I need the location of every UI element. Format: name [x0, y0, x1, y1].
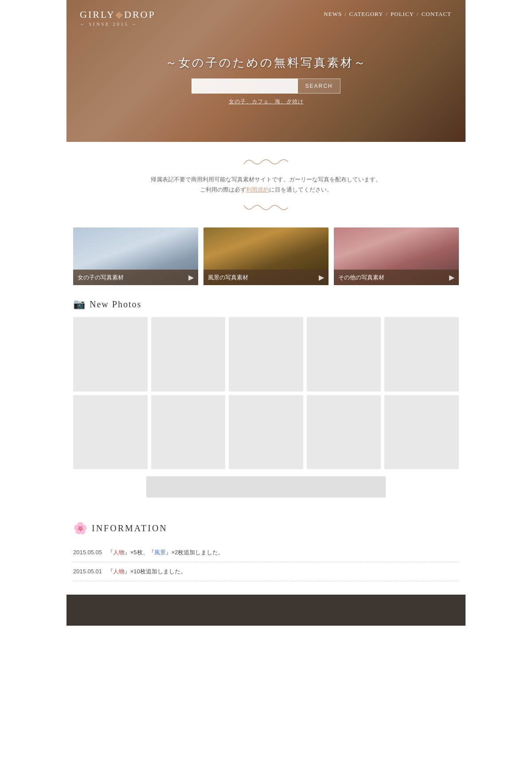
- info-item-1: 2015.05.05 『人物』×5枚、『風景』×2枚追加しました。: [73, 543, 459, 562]
- decorative-bottom: [75, 201, 457, 214]
- photos-grid-row2: [73, 395, 459, 470]
- info-date-1: 2015.05.05: [73, 549, 102, 556]
- category-scenery[interactable]: 風景の写真素材 ▶: [203, 227, 329, 285]
- search-hints: 女の子、カフェ、海、夕焼け: [229, 98, 304, 106]
- info-link-person-2[interactable]: 人物: [113, 568, 125, 575]
- info-link-scenery-1[interactable]: 風景: [154, 549, 166, 556]
- photo-thumb-3[interactable]: [229, 317, 303, 392]
- nav-policy[interactable]: POLICY: [390, 11, 415, 18]
- about-section: 帰属表記不要で商用利用可能な写真素材サイトです。ガーリーな写真を配布しています。…: [66, 142, 466, 223]
- nav-news[interactable]: NEWS: [323, 11, 343, 18]
- photo-thumb-1[interactable]: [73, 317, 148, 392]
- search-input[interactable]: [192, 78, 298, 94]
- hero-section: GIRLY◆DROP ～ SINSE 2015 ～ NEWS / CATEGOR…: [66, 0, 466, 142]
- category-girls[interactable]: 女の子の写真素材 ▶: [73, 227, 198, 285]
- new-photos-title: New Photos: [90, 299, 141, 310]
- nav-links: NEWS / CATEGORY / POLICY / CONTACT: [323, 11, 452, 18]
- info-link-person-1[interactable]: 人物: [113, 549, 125, 556]
- terms-link[interactable]: 利用規約: [246, 187, 269, 193]
- site-footer: [66, 595, 466, 626]
- photos-grid-row1: [73, 317, 459, 392]
- photo-thumb-10[interactable]: [384, 395, 459, 470]
- category-scenery-label: 風景の写真素材 ▶: [203, 270, 329, 285]
- logo-area: GIRLY◆DROP ～ SINSE 2015 ～: [80, 9, 156, 27]
- category-other-label: その他の写真素材 ▶: [334, 270, 459, 285]
- search-bar: SEARCH: [192, 78, 340, 94]
- photo-thumb-2[interactable]: [151, 317, 226, 392]
- cat-arrow-girls: ▶: [188, 273, 194, 282]
- load-more-button[interactable]: [146, 476, 386, 498]
- nav-sep-1: /: [343, 11, 348, 18]
- new-photos-header: 📷 New Photos: [73, 298, 459, 310]
- logo-subtitle: ～ SINSE 2015 ～: [80, 21, 138, 27]
- photo-thumb-8[interactable]: [229, 395, 303, 470]
- category-section: 女の子の写真素材 ▶ 風景の写真素材 ▶ その他の写真素材 ▶: [66, 223, 466, 294]
- cat-arrow-scenery: ▶: [319, 273, 324, 282]
- flower-icon: 🌸: [73, 521, 87, 535]
- site-logo: GIRLY◆DROP: [80, 9, 156, 20]
- info-title: INFORMATION: [92, 523, 168, 533]
- main-nav: GIRLY◆DROP ～ SINSE 2015 ～ NEWS / CATEGOR…: [66, 0, 466, 27]
- hero-content: ～女の子のための無料写真素材～ SEARCH 女の子、カフェ、海、夕焼け: [66, 27, 466, 142]
- photo-thumb-6[interactable]: [73, 395, 148, 470]
- info-item-2: 2015.05.01 『人物』×10枚追加しました。: [73, 562, 459, 581]
- nav-category[interactable]: CATEGORY: [348, 11, 384, 18]
- nav-sep-2: /: [384, 11, 390, 18]
- new-photos-section: 📷 New Photos: [66, 294, 466, 517]
- category-other[interactable]: その他の写真素材 ▶: [334, 227, 459, 285]
- photo-thumb-9[interactable]: [307, 395, 381, 470]
- about-text: 帰属表記不要で商用利用可能な写真素材サイトです。ガーリーな写真を配布しています。…: [75, 175, 457, 195]
- info-section: 🌸 INFORMATION 2015.05.05 『人物』×5枚、『風景』×2枚…: [66, 517, 466, 595]
- photo-thumb-4[interactable]: [307, 317, 381, 392]
- camera-icon: 📷: [73, 298, 85, 310]
- nav-contact[interactable]: CONTACT: [421, 11, 452, 18]
- info-date-2: 2015.05.01: [73, 568, 102, 575]
- search-button[interactable]: SEARCH: [298, 78, 340, 94]
- photo-thumb-7[interactable]: [151, 395, 226, 470]
- hero-title: ～女の子のための無料写真素材～: [165, 55, 367, 71]
- nav-sep-3: /: [415, 11, 421, 18]
- load-more-bar: [73, 476, 459, 498]
- category-girls-label: 女の子の写真素材 ▶: [73, 270, 198, 285]
- cat-arrow-other: ▶: [449, 273, 454, 282]
- info-header: 🌸 INFORMATION: [73, 521, 459, 535]
- photo-thumb-5[interactable]: [384, 317, 459, 392]
- decorative-top: [75, 155, 457, 169]
